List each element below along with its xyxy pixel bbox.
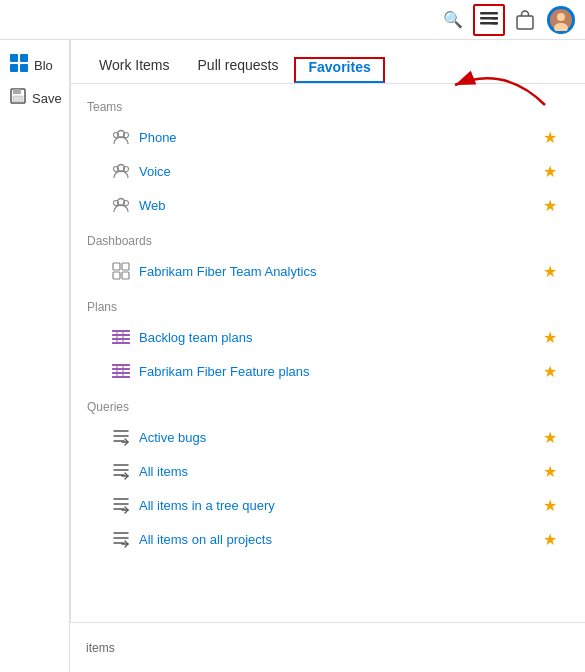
svg-rect-9 — [10, 54, 18, 62]
list-item-all-items-projects[interactable]: All items on all projects ★ — [87, 522, 569, 556]
save-icon — [10, 88, 26, 108]
star-phone[interactable]: ★ — [543, 128, 557, 147]
tabs-bar: Work Items Pull requests Favorites — [71, 40, 585, 84]
bottom-text: items — [86, 641, 115, 655]
dashboard-fabrikam-label: Fabrikam Fiber Team Analytics — [139, 264, 543, 279]
list-item-all-items-tree[interactable]: All items in a tree query ★ — [87, 488, 569, 522]
star-voice[interactable]: ★ — [543, 162, 557, 181]
tab-work-items[interactable]: Work Items — [87, 57, 182, 83]
svg-rect-15 — [13, 96, 23, 102]
dashboard-icon-fabrikam — [111, 261, 131, 281]
list-item-phone[interactable]: Phone ★ — [87, 120, 569, 154]
svg-rect-0 — [480, 12, 498, 15]
svg-rect-38 — [112, 376, 130, 378]
star-web[interactable]: ★ — [543, 196, 557, 215]
svg-rect-34 — [122, 330, 124, 344]
list-item-backlog-plans[interactable]: Backlog team plans ★ — [87, 320, 569, 354]
star-all-items-projects[interactable]: ★ — [543, 530, 557, 549]
team-icon-voice — [111, 161, 131, 181]
plan-icon-backlog — [111, 327, 131, 347]
star-active-bugs[interactable]: ★ — [543, 428, 557, 447]
star-fabrikam-feature-plans[interactable]: ★ — [543, 362, 557, 381]
svg-rect-12 — [20, 64, 28, 72]
sidebar-save-label: Save — [32, 91, 62, 106]
top-bar-icons: 🔍 — [437, 4, 577, 36]
svg-rect-28 — [122, 272, 129, 279]
section-label-teams: Teams — [87, 100, 569, 114]
svg-rect-3 — [492, 22, 498, 25]
query-icon-active-bugs — [111, 427, 131, 447]
svg-rect-37 — [112, 372, 130, 374]
svg-rect-35 — [112, 364, 130, 366]
svg-rect-5 — [517, 16, 533, 29]
team-icon-phone — [111, 127, 131, 147]
star-backlog-plans[interactable]: ★ — [543, 328, 557, 347]
query-active-bugs-label: Active bugs — [139, 430, 543, 445]
svg-rect-39 — [116, 364, 118, 378]
bag-icon[interactable] — [509, 4, 541, 36]
team-phone-label: Phone — [139, 130, 543, 145]
section-label-queries: Queries — [87, 400, 569, 414]
tab-favorites[interactable]: Favorites — [294, 57, 384, 83]
team-voice-label: Voice — [139, 164, 543, 179]
search-icon[interactable]: 🔍 — [437, 4, 469, 36]
list-item-web[interactable]: Web ★ — [87, 188, 569, 222]
query-icon-all-items-tree — [111, 495, 131, 515]
svg-rect-40 — [122, 364, 124, 378]
section-label-dashboards: Dashboards — [87, 234, 569, 248]
top-bar: 🔍 — [0, 0, 585, 40]
svg-rect-10 — [20, 54, 28, 62]
list-item-fabrikam-analytics[interactable]: Fabrikam Fiber Team Analytics ★ — [87, 254, 569, 288]
svg-rect-33 — [116, 330, 118, 344]
list-item-fabrikam-feature-plans[interactable]: Fabrikam Fiber Feature plans ★ — [87, 354, 569, 388]
sidebar-item-board[interactable]: Blo — [0, 48, 69, 82]
svg-rect-14 — [13, 89, 21, 94]
query-all-items-projects-label: All items on all projects — [139, 532, 543, 547]
menu-icon[interactable] — [473, 4, 505, 36]
svg-rect-36 — [112, 368, 130, 370]
svg-rect-4 — [492, 17, 498, 20]
svg-rect-31 — [112, 338, 130, 340]
star-fabrikam-analytics[interactable]: ★ — [543, 262, 557, 281]
avatar-circle — [547, 6, 575, 34]
team-icon-web — [111, 195, 131, 215]
svg-rect-32 — [112, 342, 130, 344]
plan-fabrikam-label: Fabrikam Fiber Feature plans — [139, 364, 543, 379]
svg-rect-25 — [113, 263, 120, 270]
svg-rect-26 — [122, 263, 129, 270]
favorites-content: Teams Phone ★ — [71, 84, 585, 568]
svg-rect-30 — [112, 334, 130, 336]
list-item-active-bugs[interactable]: Active bugs ★ — [87, 420, 569, 454]
svg-rect-29 — [112, 330, 130, 332]
sidebar: Blo Save — [0, 40, 70, 672]
svg-rect-11 — [10, 64, 18, 72]
query-icon-all-items-projects — [111, 529, 131, 549]
plan-backlog-label: Backlog team plans — [139, 330, 543, 345]
svg-point-7 — [557, 13, 565, 21]
sidebar-item-save[interactable]: Save — [0, 82, 69, 114]
main-panel: Work Items Pull requests Favorites Teams… — [70, 40, 585, 672]
user-avatar[interactable] — [545, 4, 577, 36]
query-all-items-tree-label: All items in a tree query — [139, 498, 543, 513]
query-icon-all-items — [111, 461, 131, 481]
list-item-all-items[interactable]: All items ★ — [87, 454, 569, 488]
star-all-items[interactable]: ★ — [543, 462, 557, 481]
tab-pull-requests[interactable]: Pull requests — [186, 57, 291, 83]
section-label-plans: Plans — [87, 300, 569, 314]
bottom-message: items — [70, 622, 585, 672]
plan-icon-fabrikam — [111, 361, 131, 381]
query-all-items-label: All items — [139, 464, 543, 479]
svg-rect-27 — [113, 272, 120, 279]
team-web-label: Web — [139, 198, 543, 213]
list-item-voice[interactable]: Voice ★ — [87, 154, 569, 188]
board-icon — [10, 54, 28, 76]
star-all-items-tree[interactable]: ★ — [543, 496, 557, 515]
sidebar-board-label: Blo — [34, 58, 53, 73]
